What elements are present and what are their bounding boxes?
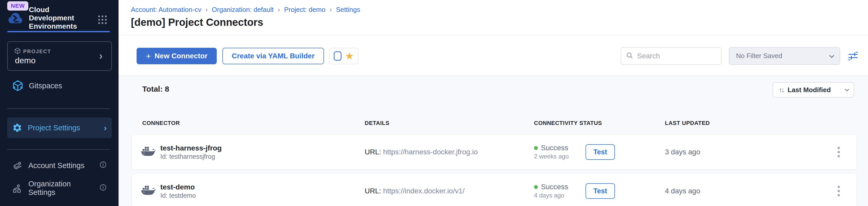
status-dot-icon	[534, 146, 538, 150]
cde-logo-icon	[7, 11, 23, 26]
info-icon[interactable]	[99, 161, 107, 170]
connector-details: URL: https://harness-docker.jfrog.io	[365, 148, 478, 156]
sidebar-item-label: Project Settings	[28, 124, 80, 132]
sidebar-item-account-settings[interactable]: Account Settings	[7, 157, 112, 174]
yaml-builder-button[interactable]: Create via YAML Builder	[222, 48, 324, 64]
column-header-last-updated: LAST UPDATED	[665, 120, 710, 127]
status-time: 2 weeks ago	[534, 153, 569, 160]
chevron-down-icon	[829, 53, 834, 58]
info-icon[interactable]	[99, 184, 107, 193]
sidebar-item-project-settings[interactable]: Project Settings ›	[7, 118, 112, 138]
page-title: [demo] Project Connectors	[131, 17, 263, 28]
new-connector-button[interactable]: + New Connector	[136, 48, 217, 64]
search-icon	[626, 52, 633, 60]
app-title: Cloud Development Environments	[29, 6, 81, 30]
project-label: PROJECT	[23, 49, 51, 54]
column-header-connector: CONNECTOR	[142, 120, 180, 127]
search-box	[621, 47, 722, 65]
star-icon[interactable]: ★	[345, 51, 354, 61]
sidebar-item-organization-settings[interactable]: Organization Settings	[7, 180, 112, 196]
status-text: Success	[541, 144, 568, 152]
status-text: Success	[541, 183, 568, 191]
connector-row[interactable]: test-demo Id: testdemo URL: https://inde…	[132, 174, 857, 206]
column-header-connectivity-status: CONNECTIVITY STATUS	[534, 120, 602, 127]
favorites-checkbox[interactable]	[334, 51, 341, 61]
connector-url: https://index.docker.io/v1/	[383, 187, 465, 195]
sort-dropdown[interactable]: ↑↓ Last Modified	[773, 82, 854, 98]
sidebar-item-label: Account Settings	[28, 161, 85, 170]
brand-accent-bar	[7, 31, 110, 32]
saved-filter-dropdown[interactable]: No Filter Saved	[729, 47, 840, 65]
sidebar-item-gitspaces[interactable]: Gitspaces	[7, 77, 112, 94]
connector-id: Id: testdemo	[160, 191, 196, 199]
breadcrumb-organization[interactable]: Organization: default	[212, 6, 274, 14]
breadcrumb: Account: Automation-cv › Organization: d…	[131, 6, 360, 14]
status-time: 4 days ago	[534, 191, 568, 199]
plus-icon: +	[146, 52, 151, 60]
new-badge: NEW	[7, 1, 28, 10]
chevron-right-icon: ›	[99, 51, 102, 61]
connector-list: Total: 8 ↑↓ Last Modified CONNECTOR DETA…	[119, 77, 868, 206]
sidebar-item-label: Organization Settings	[28, 180, 94, 197]
kebab-menu-icon[interactable]	[835, 144, 842, 160]
breadcrumb-account[interactable]: Account: Automation-cv	[131, 6, 201, 14]
apps-grid-icon[interactable]	[98, 16, 107, 24]
connectivity-status: Success 4 days ago	[534, 183, 568, 199]
test-connection-button[interactable]: Test	[586, 183, 615, 199]
sidebar: NEW Cloud Development Environments	[0, 0, 119, 206]
chevron-down-icon	[845, 87, 849, 92]
kebab-menu-icon[interactable]	[835, 183, 842, 199]
cube-icon	[14, 48, 21, 55]
sidebar-item-label: Gitspaces	[29, 82, 62, 90]
last-updated: 4 days ago	[665, 187, 700, 195]
toolbar: + New Connector Create via YAML Builder …	[119, 36, 868, 76]
connector-id: Id: testharnessjfrog	[160, 153, 222, 160]
page-header: Account: Automation-cv › Organization: d…	[119, 0, 868, 35]
filter-sliders-icon[interactable]	[847, 50, 859, 62]
connector-name: test-demo	[160, 183, 196, 191]
project-selector[interactable]: PROJECT demo ›	[7, 41, 112, 71]
chevron-separator-icon: ›	[278, 6, 280, 14]
total-count: Total: 8	[142, 85, 169, 94]
chevron-separator-icon: ›	[330, 6, 332, 14]
search-input[interactable]	[637, 52, 716, 60]
connector-url: https://harness-docker.jfrog.io	[383, 148, 478, 156]
favorites-filter: ★	[329, 48, 359, 64]
gear-icon	[12, 123, 22, 133]
sidebar-divider	[7, 108, 110, 109]
connectivity-status: Success 2 weeks ago	[534, 144, 569, 160]
main-content: Account: Automation-cv › Organization: d…	[119, 0, 868, 206]
layers-gear-icon	[12, 160, 23, 171]
last-updated: 3 days ago	[665, 148, 700, 156]
column-header-details: DETAILS	[365, 120, 390, 127]
docker-icon	[141, 146, 156, 158]
status-dot-icon	[534, 185, 538, 189]
breadcrumb-settings[interactable]: Settings	[336, 6, 360, 14]
test-connection-button[interactable]: Test	[586, 144, 615, 160]
page: NEW Cloud Development Environments	[0, 0, 868, 206]
sort-arrows-icon: ↑↓	[779, 86, 783, 94]
gitspaces-icon	[12, 80, 23, 92]
chevron-separator-icon: ›	[206, 6, 208, 14]
connector-row[interactable]: test-harness-jfrog Id: testharnessjfrog …	[132, 135, 857, 169]
docker-icon	[141, 185, 156, 198]
sidebar-divider	[7, 149, 110, 150]
connector-name: test-harness-jfrog	[160, 144, 222, 153]
brand-header: NEW Cloud Development Environments	[7, 0, 111, 31]
org-gear-icon	[12, 183, 23, 194]
breadcrumb-project[interactable]: Project: demo	[284, 6, 325, 14]
project-name: demo	[15, 56, 36, 65]
chevron-right-icon: ›	[104, 124, 107, 132]
connector-details: URL: https://index.docker.io/v1/	[365, 187, 465, 195]
